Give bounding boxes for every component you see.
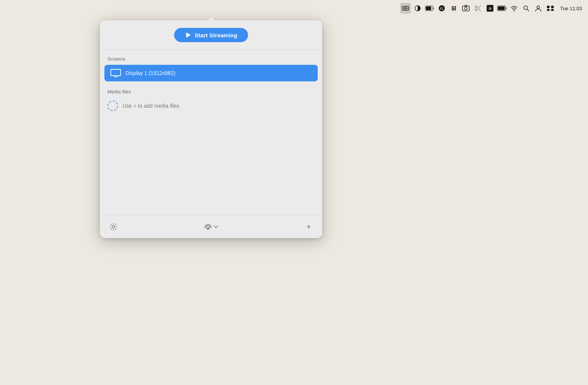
media-placeholder-text: Use + to add media files	[122, 103, 179, 109]
airplay-selector[interactable]	[204, 223, 218, 231]
svg-point-16	[453, 9, 455, 11]
battery2-menubar-icon[interactable]	[497, 3, 507, 14]
airplay-icon	[204, 223, 212, 231]
add-button[interactable]: +	[303, 221, 315, 233]
svg-line-21	[478, 6, 481, 8]
display-item[interactable]: Display 1 (1512x982)	[104, 65, 318, 81]
search-menubar-icon[interactable]	[521, 3, 531, 14]
svg-point-10	[453, 6, 455, 8]
text-menubar-icon[interactable]: A	[485, 3, 495, 14]
screenshot-menubar-icon[interactable]	[461, 3, 471, 14]
popup-arrow	[207, 17, 215, 20]
chevron-down-icon	[214, 225, 218, 228]
wifi-menubar-icon[interactable]	[509, 3, 519, 14]
svg-rect-28	[498, 6, 505, 10]
svg-rect-36	[551, 9, 554, 11]
svg-point-41	[112, 226, 115, 228]
svg-rect-37	[111, 69, 121, 76]
play-triangle-icon	[186, 32, 191, 38]
svg-text:G: G	[440, 6, 443, 11]
play-icon	[185, 32, 191, 38]
streaming-menubar-icon[interactable]	[400, 3, 411, 14]
svg-rect-35	[547, 9, 550, 11]
svg-rect-6	[426, 6, 431, 10]
display-item-label: Display 1 (1512x982)	[126, 70, 175, 76]
svg-point-32	[537, 6, 539, 9]
svg-point-12	[452, 8, 453, 9]
battery-menubar-icon[interactable]	[424, 3, 435, 14]
grid-menubar-icon[interactable]	[449, 3, 459, 14]
svg-rect-18	[462, 6, 469, 11]
dashed-circle-icon	[107, 101, 118, 111]
menubar: G	[0, 0, 588, 17]
svg-point-23	[475, 6, 477, 8]
svg-point-15	[452, 9, 453, 11]
panel-body: Screens Display 1 (1512x982) Media files	[100, 50, 322, 215]
svg-point-19	[464, 7, 467, 10]
svg-point-11	[455, 6, 456, 8]
control-center-menubar-icon[interactable]	[545, 3, 556, 14]
panel-header: Start Streaming	[100, 20, 322, 50]
panel-empty-space	[100, 117, 322, 215]
popup-panel: Start Streaming Screens Display 1 (1512x…	[100, 20, 322, 238]
media-placeholder: Use + to add media files	[100, 98, 322, 117]
half-circle-menubar-icon[interactable]	[412, 3, 423, 14]
grammarly-menubar-icon[interactable]: G	[436, 3, 447, 14]
media-files-label: Media files	[100, 84, 322, 98]
svg-point-17	[455, 9, 456, 11]
account-menubar-icon[interactable]	[533, 3, 544, 14]
svg-rect-33	[547, 6, 550, 8]
start-streaming-label: Start Streaming	[194, 32, 237, 38]
scissors-menubar-icon[interactable]	[473, 3, 483, 14]
svg-point-14	[455, 8, 456, 9]
svg-point-9	[452, 6, 453, 8]
panel-footer: +	[100, 215, 322, 238]
svg-point-24	[475, 9, 477, 11]
svg-line-22	[478, 8, 481, 11]
svg-line-31	[527, 9, 529, 11]
popup-container: Start Streaming Screens Display 1 (1512x…	[100, 17, 322, 238]
svg-text:A: A	[488, 6, 492, 11]
start-streaming-button[interactable]: Start Streaming	[174, 28, 248, 42]
svg-rect-34	[551, 6, 554, 8]
svg-point-29	[513, 11, 514, 12]
settings-button[interactable]	[107, 221, 119, 233]
screens-section-label: Screens	[100, 50, 322, 65]
svg-point-13	[453, 8, 455, 9]
menubar-time: Tue 11:03	[560, 6, 582, 11]
monitor-icon	[110, 69, 121, 78]
menubar-icons: G	[400, 3, 556, 14]
svg-marker-42	[207, 227, 210, 229]
